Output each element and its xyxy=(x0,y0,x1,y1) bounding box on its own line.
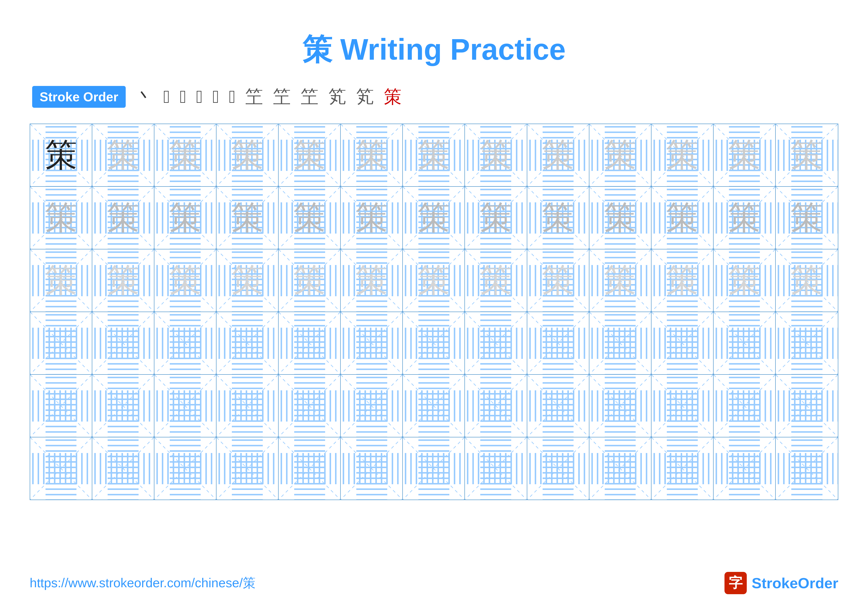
logo-text: StrokeOrder xyxy=(752,575,838,592)
grid-cell-2-3: 策 xyxy=(154,187,217,249)
svg-line-137 xyxy=(217,437,278,500)
svg-line-145 xyxy=(465,437,527,500)
svg-line-111 xyxy=(217,375,278,437)
svg-line-119 xyxy=(465,375,527,437)
logo-name-rest: Order xyxy=(798,575,838,591)
char-cell: 策 xyxy=(45,196,77,240)
char-cell: 策 xyxy=(480,196,512,240)
svg-line-100 xyxy=(714,312,775,374)
svg-line-112 xyxy=(279,375,340,437)
grid-cell-1-2: 策 xyxy=(92,124,154,186)
svg-line-98 xyxy=(651,312,713,374)
grid-cell-6-6 xyxy=(341,437,403,500)
grid-cell-1-11: 策 xyxy=(651,124,714,186)
char-cell: 策 xyxy=(666,196,698,240)
svg-line-82 xyxy=(154,312,216,374)
logo-icon: 字 xyxy=(724,572,747,594)
grid-cell-5-12 xyxy=(714,375,776,437)
grid-cell-1-6: 策 xyxy=(341,124,403,186)
grid-cell-6-7 xyxy=(403,437,465,500)
svg-line-83 xyxy=(154,312,216,374)
svg-line-136 xyxy=(217,437,278,500)
grid-cell-6-13 xyxy=(776,437,838,500)
char-cell: 策 xyxy=(356,259,388,302)
grid-cell-5-5 xyxy=(279,375,341,437)
svg-line-88 xyxy=(341,312,402,374)
char-cell: 策 xyxy=(107,134,139,177)
char-cell: 策 xyxy=(356,134,388,177)
grid-cell-6-1 xyxy=(30,437,92,500)
grid-cell-3-7: 策 xyxy=(403,249,465,312)
grid-cell-6-10 xyxy=(589,437,651,500)
char-cell: 策 xyxy=(418,196,450,240)
logo-name-highlight: Stroke xyxy=(752,575,798,591)
grid-cell-3-1: 策 xyxy=(30,249,92,312)
svg-line-154 xyxy=(776,437,838,500)
stroke-8: 笁 xyxy=(273,85,291,109)
stroke-12: 策 xyxy=(384,85,401,109)
svg-line-92 xyxy=(465,312,527,374)
char-cell: 策 xyxy=(728,259,760,302)
svg-line-147 xyxy=(527,437,589,500)
svg-line-129 xyxy=(776,375,838,437)
svg-line-84 xyxy=(217,312,278,374)
svg-line-128 xyxy=(776,375,838,437)
svg-line-96 xyxy=(589,312,651,374)
svg-line-138 xyxy=(279,437,340,500)
svg-line-102 xyxy=(776,312,838,374)
svg-line-107 xyxy=(92,375,154,437)
grid-row-3: 策 策 策 策 策 策 策 xyxy=(30,249,838,312)
svg-line-110 xyxy=(217,375,278,437)
svg-line-127 xyxy=(714,375,775,437)
char-cell: 策 xyxy=(231,196,264,240)
grid-cell-2-9: 策 xyxy=(527,187,589,249)
char-cell: 策 xyxy=(666,134,698,177)
grid-cell-1-5: 策 xyxy=(279,124,341,186)
svg-line-86 xyxy=(279,312,340,374)
svg-line-104 xyxy=(30,375,92,437)
grid-cell-1-13: 策 xyxy=(776,124,838,186)
char-cell: 策 xyxy=(790,196,823,240)
svg-line-106 xyxy=(92,375,154,437)
svg-line-101 xyxy=(714,312,775,374)
svg-line-122 xyxy=(589,375,651,437)
grid-cell-4-7 xyxy=(403,312,465,374)
grid-cell-4-8 xyxy=(465,312,527,374)
svg-line-79 xyxy=(30,312,92,374)
grid-cell-5-8 xyxy=(465,375,527,437)
svg-line-124 xyxy=(651,375,713,437)
grid-cell-2-6: 策 xyxy=(341,187,403,249)
grid-cell-4-9 xyxy=(527,312,589,374)
svg-line-95 xyxy=(527,312,589,374)
grid-cell-6-9 xyxy=(527,437,589,500)
grid-row-1: 策 策 策 策 策 策 策 xyxy=(30,124,838,187)
grid-cell-5-7 xyxy=(403,375,465,437)
grid-cell-5-13 xyxy=(776,375,838,437)
website-url[interactable]: https://www.strokeorder.com/chinese/策 xyxy=(30,574,256,592)
char-cell: 策 xyxy=(790,259,823,302)
stroke-3: 𠃍 xyxy=(180,87,186,107)
svg-line-135 xyxy=(154,437,216,500)
grid-cell-3-8: 策 xyxy=(465,249,527,312)
char-cell: 策 xyxy=(790,134,823,177)
svg-line-93 xyxy=(465,312,527,374)
grid-cell-2-1: 策 xyxy=(30,187,92,249)
grid-cell-2-5: 策 xyxy=(279,187,341,249)
grid-cell-6-3 xyxy=(154,437,217,500)
svg-line-114 xyxy=(341,375,402,437)
svg-line-108 xyxy=(154,375,216,437)
grid-cell-1-8: 策 xyxy=(465,124,527,186)
svg-line-143 xyxy=(403,437,465,500)
svg-line-134 xyxy=(154,437,216,500)
grid-cell-3-5: 策 xyxy=(279,249,341,312)
grid-cell-6-8 xyxy=(465,437,527,500)
stroke-10: 笂 xyxy=(329,85,346,109)
stroke-order-row: Stroke Order 丶 𠃌 𠃍 𠃎 𠄍 𠄎 笁 笁 笁 笂 笂 策 xyxy=(30,85,838,109)
grid-cell-2-11: 策 xyxy=(651,187,714,249)
grid-cell-1-10: 策 xyxy=(589,124,651,186)
grid-cell-1-12: 策 xyxy=(714,124,776,186)
stroke-4: 𠃎 xyxy=(196,87,202,107)
char-cell: 策 xyxy=(293,134,326,177)
grid-cell-3-10: 策 xyxy=(589,249,651,312)
char-cell: 策 xyxy=(604,134,636,177)
